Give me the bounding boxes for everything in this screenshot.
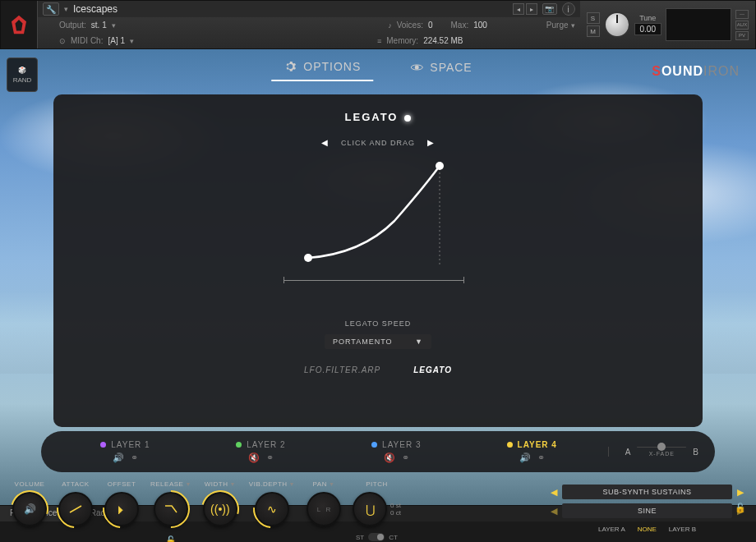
pan-label: PAN▼ [313, 480, 335, 488]
output-label: Output: [59, 21, 86, 30]
triangle-left-icon[interactable]: ◀ [321, 138, 329, 147]
wrench-icon[interactable]: 🔧 [43, 2, 59, 16]
offset-label: OFFSET [108, 480, 136, 488]
st-ct-toggle[interactable] [368, 533, 385, 541]
attack-label: ATTACK [62, 480, 89, 488]
options-panel: LEGATO ◀ CLICK AND DRAG ▶ LEGATO SPEED P… [53, 94, 703, 427]
midi-value[interactable]: [A] 1 [108, 36, 125, 45]
minimize-button[interactable]: — [735, 10, 749, 19]
orbit-icon [410, 61, 423, 74]
release-label: RELEASE▼ [150, 480, 191, 488]
speaker-icon[interactable]: 🔊 [519, 452, 531, 463]
purge-label[interactable]: Purge [546, 21, 569, 30]
link-icon[interactable]: ⚭ [266, 452, 274, 463]
layer-3[interactable]: LAYER 3 🔇⚭ [329, 440, 464, 463]
none-button[interactable]: NONE [638, 526, 657, 533]
main-sample-dropdown[interactable]: SUB-SYNTH SUSTAINS [562, 485, 732, 499]
subtab-lfo[interactable]: LFO.FILTER.ARP [304, 365, 380, 374]
dropdown-icon[interactable]: ▾ [64, 5, 68, 13]
sub-sample-dropdown[interactable]: SINE [562, 503, 732, 518]
pitch-knob[interactable]: ⋃ [353, 492, 387, 526]
voices-label: Voices: [397, 21, 423, 30]
memory-label: Memory: [386, 36, 418, 45]
instrument-logo [1, 1, 38, 48]
tab-space[interactable]: SPACE [398, 53, 484, 81]
output-value[interactable]: st. 1 [91, 21, 107, 30]
info-icon[interactable]: i [562, 2, 575, 16]
layer-2[interactable]: LAYER 2 🔇⚭ [193, 440, 329, 463]
layer-1[interactable]: LAYER 1 🔊⚭ [58, 440, 193, 463]
gear-icon [284, 60, 297, 73]
speaker-muted-icon[interactable]: 🔇 [384, 452, 395, 463]
voices-value: 0 [428, 21, 433, 30]
link-icon[interactable]: ⚭ [131, 452, 138, 463]
mute-button[interactable]: M [587, 25, 600, 37]
layer-b-button[interactable]: LAYER B [669, 526, 696, 533]
vibdepth-label: VIB.DEPTH▼ [249, 480, 295, 488]
legato-curve[interactable] [296, 159, 460, 274]
svg-point-3 [304, 254, 312, 262]
snapshot-icon[interactable]: 📷 [542, 3, 557, 15]
solo-button[interactable]: S [587, 12, 600, 24]
vibdepth-knob[interactable]: ∿ [255, 492, 289, 526]
led-icon[interactable] [404, 115, 411, 122]
midi-label: MIDI Ch: [71, 36, 103, 45]
drag-hint: ◀ CLICK AND DRAG ▶ [78, 138, 678, 147]
tune-label: Tune [639, 14, 656, 22]
xfade-slider[interactable] [637, 447, 686, 448]
next-sample-icon[interactable]: ▶ [737, 487, 744, 498]
layer-4[interactable]: LAYER 4 🔊⚭ [464, 440, 600, 463]
xfade-control: A X-FADE B [608, 447, 698, 457]
prev-sample-icon[interactable]: ◀ [551, 487, 557, 498]
kontakt-header: 🔧 ▾ Icescapes ◂ ▸ 📷 i Output: st. 1 ▾ ♪ … [0, 0, 756, 49]
pan-knob[interactable]: L R [307, 492, 341, 526]
xfade-label: X-FADE [649, 451, 675, 457]
pitch-ct-value: 0 ct [390, 509, 401, 517]
brand-logo: SOUNDIRON [652, 64, 740, 79]
instrument-body: 🎲 RAND OPTIONS SPACE SOUNDIRON LEGATO ◀ … [0, 49, 756, 521]
rand-button[interactable]: 🎲 RAND [7, 57, 38, 92]
width-knob[interactable]: ((•)) [203, 492, 237, 526]
tab-options[interactable]: OPTIONS [271, 53, 373, 81]
prev-button[interactable]: ◂ [513, 3, 524, 15]
portamento-dropdown[interactable]: PORTAMENTO ▼ [325, 334, 431, 349]
width-label: WIDTH▼ [205, 480, 236, 488]
sample-panel: ◀ SUB-SYNTH SUSTAINS ▶ ◀ SINE ▶ LAYER A … [551, 485, 744, 533]
subtab-legato[interactable]: LEGATO [413, 365, 452, 374]
max-value[interactable]: 100 [473, 21, 487, 30]
instrument-name[interactable]: Icescapes [73, 3, 508, 15]
link-icon[interactable]: ⚭ [402, 452, 409, 463]
svg-point-1 [415, 66, 419, 70]
pitch-st-value: 0 st [390, 502, 401, 509]
offset-knob[interactable]: ⏵ [104, 492, 139, 526]
aux-button[interactable]: AUX [735, 21, 749, 30]
lock-icon[interactable]: 🔓 [165, 535, 177, 542]
pv-button[interactable]: PV [735, 31, 749, 40]
speaker-muted-icon[interactable]: 🔇 [248, 452, 260, 463]
speaker-icon[interactable]: 🔊 [113, 452, 124, 463]
tune-value[interactable]: 0.00 [634, 23, 662, 35]
panel-title: LEGATO [78, 111, 678, 123]
max-label: Max: [450, 21, 468, 30]
dice-icon: 🎲 [18, 67, 26, 74]
triangle-right-icon[interactable]: ▶ [427, 138, 435, 147]
level-meter [666, 8, 731, 41]
link-icon[interactable]: ⚭ [537, 452, 545, 463]
lock-icon[interactable]: 🔓 [735, 503, 746, 513]
volume-knob[interactable]: 🔊 [12, 492, 47, 526]
layer-strip: LAYER 1 🔊⚭ LAYER 2 🔇⚭ LAYER 3 🔇⚭ LAYER 4… [41, 431, 715, 472]
chevron-down-icon: ▼ [415, 338, 423, 346]
next-button[interactable]: ▸ [526, 3, 537, 15]
layer-a-button[interactable]: LAYER A [598, 526, 625, 533]
tune-knob[interactable] [604, 11, 630, 38]
pitch-label: PITCH [366, 480, 388, 488]
svg-point-4 [436, 162, 444, 170]
volume-label: VOLUME [15, 480, 45, 488]
release-knob[interactable] [154, 492, 188, 526]
prev-sub-icon[interactable]: ◀ [551, 506, 557, 517]
speed-label: LEGATO SPEED [78, 319, 678, 328]
attack-knob[interactable] [58, 492, 93, 526]
memory-value: 224.52 MB [423, 36, 463, 45]
